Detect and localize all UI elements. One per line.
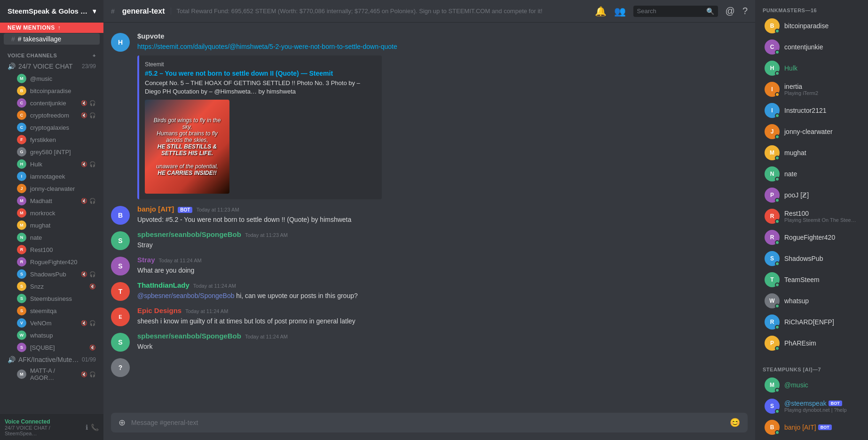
- voice-user-sqube[interactable]: S [SQUBE] 🔇: [4, 341, 100, 354]
- mute-icon: 🔇: [81, 100, 87, 106]
- message-text: Stray: [137, 240, 748, 250]
- username: spbesner/seanbob/SpongeBob: [137, 230, 241, 238]
- member-item[interactable]: N nate: [759, 164, 864, 184]
- headset-icon: 🎧: [89, 320, 96, 326]
- member-item[interactable]: B bitcoinparadise: [759, 16, 864, 36]
- phone-icon[interactable]: 📞: [91, 424, 99, 431]
- emoji-icon[interactable]: 😊: [730, 417, 740, 428]
- status-dot: [775, 240, 780, 245]
- headset-icon: 🎧: [89, 198, 96, 204]
- speaker-icon: 🔊: [8, 63, 16, 70]
- voice-user-grey580[interactable]: G grey580 [iNTP]: [4, 146, 100, 158]
- mute-icon: 🔇: [81, 271, 87, 277]
- message-link[interactable]: https://steemit.com/dailyquotes/@himshwe…: [137, 43, 397, 50]
- message-text: Work: [137, 342, 748, 352]
- message-input[interactable]: [131, 419, 724, 426]
- mute-icon: 🔇: [81, 198, 87, 204]
- voice-user-morkrock[interactable]: M morkrock: [4, 207, 100, 219]
- avatar: S: [17, 306, 26, 315]
- mute-icon: 🔇: [81, 161, 87, 167]
- voice-channel-247[interactable]: 🔊 24/7 VOICE CHAT 23/99: [4, 61, 100, 72]
- voice-status-bar: Voice Connected 24/7 VOICE CHAT / SteemS…: [0, 414, 103, 440]
- member-item[interactable]: P PhAREsim: [759, 333, 864, 354]
- timestamp: Today at 11:24 AM: [193, 283, 236, 289]
- member-item[interactable]: R RiChARD[ENFP]: [759, 312, 864, 332]
- voice-user-iamnotageek[interactable]: I iamnotageek: [4, 170, 100, 182]
- voice-user-contentjunkie[interactable]: C contentjunkie 🔇 🎧: [4, 97, 100, 109]
- voice-user-rest100[interactable]: R Rest100: [4, 244, 100, 256]
- members-section-punkmasters: PUNKMASTERS—16: [755, 0, 868, 15]
- add-voice-channel-icon[interactable]: +: [93, 53, 96, 58]
- member-name: TeamSteem: [784, 276, 820, 283]
- member-item[interactable]: I inertia Playing iTerm2: [759, 79, 864, 100]
- voice-user-cryptofreedom[interactable]: C cryptofreedom 🔇 🎧: [4, 109, 100, 121]
- member-item[interactable]: S ShadowsPub: [759, 248, 864, 269]
- help-icon[interactable]: ?: [742, 6, 748, 16]
- search-input[interactable]: [637, 8, 703, 15]
- main-content: # general-text Total Reward Fund: 695,65…: [103, 0, 755, 440]
- message-header: ThatIndianLady Today at 11:24 AM: [137, 281, 748, 289]
- voice-user-shadowspub[interactable]: S ShadowsPub 🔇 🎧: [4, 268, 100, 280]
- member-item[interactable]: C contentjunkie: [759, 37, 864, 57]
- member-item[interactable]: R Rest100 Playing Steemit On The Stee…: [759, 206, 864, 227]
- channel-item-takesavillage[interactable]: # # takesavillage: [4, 33, 100, 45]
- voice-user-steembusiness[interactable]: S Steembusiness: [4, 292, 100, 305]
- member-item[interactable]: R RogueFighter420: [759, 227, 864, 248]
- member-item[interactable]: B banjo [AIT] BOT: [759, 417, 864, 438]
- avatar: M: [17, 220, 26, 230]
- avatar: N: [17, 233, 26, 242]
- member-item[interactable]: W whatsup: [759, 291, 864, 311]
- member-item[interactable]: I Instructor2121: [759, 100, 864, 121]
- message-content: spbesner/seanbob/SpongeBob Today at 11:2…: [137, 230, 748, 250]
- member-item[interactable]: H Hulk: [759, 58, 864, 79]
- server-header[interactable]: SteemSpeak & Golos Cry… ▾: [0, 0, 103, 23]
- voice-user-music[interactable]: M @music: [4, 72, 100, 85]
- member-item[interactable]: F fraspy BOT: [759, 438, 864, 440]
- plus-icon[interactable]: ⊕: [118, 417, 126, 428]
- member-item[interactable]: M mughat: [759, 142, 864, 163]
- embed-title[interactable]: #5.2 – You were not born to settle down …: [145, 70, 376, 77]
- message-header: banjo [AIT] BOT Today at 11:23 AM: [137, 205, 748, 213]
- voice-user-roguefighter[interactable]: R RogueFighter420: [4, 256, 100, 268]
- voice-user-mughat[interactable]: M mughat: [4, 219, 100, 231]
- hash-icon: #: [111, 8, 115, 15]
- mentions-bar[interactable]: NEW MENTIONS ↑: [0, 23, 103, 33]
- voice-user-whatsup[interactable]: W whatsup: [4, 329, 100, 341]
- avatar: W: [765, 293, 780, 308]
- search-box[interactable]: 🔍: [633, 6, 718, 17]
- embed-source: Steemit: [145, 61, 376, 68]
- voice-channels-header[interactable]: VOICE CHANNELS +: [0, 45, 103, 60]
- member-item[interactable]: P pooJ [Ƶ]: [759, 185, 864, 205]
- member-name: Instructor2121: [784, 107, 827, 114]
- voice-user-bitcoinparadise[interactable]: B bitcoinparadise: [4, 85, 100, 97]
- voice-user-steemitqa[interactable]: S steemitqa: [4, 305, 100, 317]
- voice-user-nate[interactable]: N nate: [4, 231, 100, 244]
- voice-user-venom[interactable]: V VeNOm 🔇 🎧: [4, 317, 100, 329]
- bell-icon[interactable]: 🔔: [595, 6, 607, 17]
- member-item[interactable]: J jonny-clearwater: [759, 121, 864, 142]
- people-icon[interactable]: 👥: [614, 6, 626, 17]
- message-group: S spbesner/seanbob/SpongeBob Today at 11…: [103, 228, 755, 252]
- member-item[interactable]: M @music: [759, 375, 864, 395]
- voice-user-madhatt[interactable]: M Madhatt 🔇 🎧: [4, 195, 100, 207]
- bot-badge: BOT: [829, 401, 842, 406]
- voice-user-fyrstikken[interactable]: F fyrstikken: [4, 134, 100, 146]
- timestamp: Today at 11:24 AM: [159, 258, 202, 263]
- voice-user-matt[interactable]: M MATT-A / AGOR… 🔇 🎧: [4, 366, 100, 383]
- member-item[interactable]: T TeamSteem: [759, 269, 864, 290]
- voice-user-snzz[interactable]: S Snzz 🔇: [4, 280, 100, 292]
- info-icon[interactable]: ℹ: [86, 424, 88, 431]
- avatar: J: [17, 184, 26, 193]
- voice-user-cryptogalaxies[interactable]: C cryptogalaxies: [4, 121, 100, 134]
- avatar: M: [765, 377, 780, 393]
- message-text: Upvoted: #5.2 - You were not born to set…: [137, 215, 748, 225]
- avatar: S: [765, 251, 780, 266]
- voice-user-hulk[interactable]: H Hulk 🔇 🎧: [4, 158, 100, 170]
- mention: @spbesner/seanbob/SpongeBob: [137, 292, 234, 299]
- voice-user-jonny[interactable]: J jonny-clearwater: [4, 182, 100, 195]
- avatar: B: [111, 206, 130, 225]
- at-icon[interactable]: @: [726, 6, 735, 16]
- member-item[interactable]: S @steemspeak BOT Playing dynobot.net | …: [759, 396, 864, 416]
- avatar: G: [17, 147, 26, 157]
- voice-channel-afk[interactable]: 🔊 AFK/Inactive/Mute… 01/99: [4, 354, 100, 365]
